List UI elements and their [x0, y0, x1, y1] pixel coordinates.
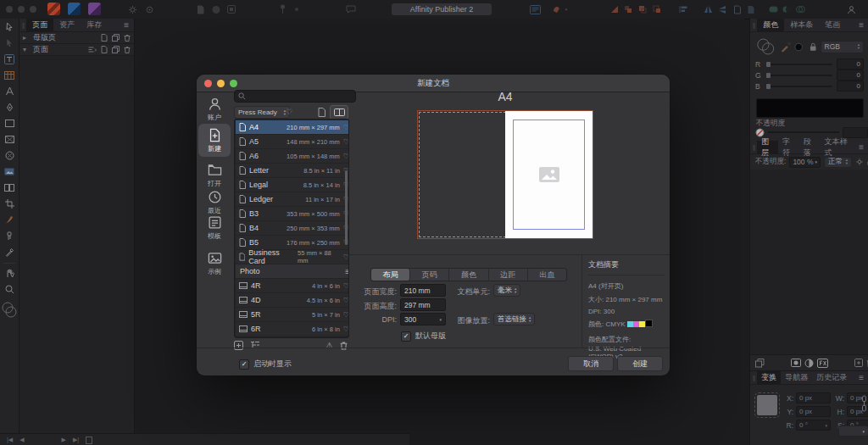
page-icon	[239, 137, 246, 146]
spread-view-icon[interactable]	[330, 105, 348, 120]
show-on-startup-row[interactable]: ✓ 启动时显示	[239, 359, 292, 370]
create-button[interactable]: 创建	[617, 356, 663, 371]
nav-item-open[interactable]: 打开	[198, 163, 231, 188]
heart-icon[interactable]: ♡	[343, 325, 349, 333]
preset-row-legal[interactable]: Legal8.5 in × 14 in♡	[236, 178, 349, 192]
preset-row-business-card[interactable]: Business Card55 mm × 88 mm♡	[236, 250, 349, 264]
image-placement-dropdown[interactable]: 首选链接▴▾	[493, 313, 535, 325]
document-units-label: 文档单元:	[431, 286, 490, 298]
summary-color-mode: 颜色: CMYK	[588, 320, 665, 329]
app-window: Affinity Publisher 2 ▾	[0, 0, 868, 445]
cancel-button[interactable]: 取消	[568, 356, 614, 371]
tab-layout[interactable]: 布局	[371, 269, 410, 281]
facing-page-placeholder	[419, 112, 506, 237]
heart-icon[interactable]: ♡	[343, 124, 349, 131]
page-icon	[239, 209, 246, 218]
summary-divider	[581, 254, 582, 348]
cyan-swatch	[627, 321, 633, 327]
tab-bleed[interactable]: 出血	[528, 269, 566, 281]
page-icon	[239, 238, 246, 247]
single-page-view-icon[interactable]	[316, 106, 327, 118]
list-scrollbar[interactable]	[345, 170, 348, 245]
nav-item-account[interactable]: 账户	[198, 97, 231, 122]
favorites-heart-icon[interactable]: ♡	[286, 108, 292, 116]
nav-label: 账户	[198, 113, 231, 122]
tab-color[interactable]: 颜色	[449, 269, 488, 281]
preset-list: A4210 mm × 297 mm♡ A5148 mm × 210 mm♡ A6…	[234, 119, 349, 338]
template-icon	[198, 215, 231, 230]
new-document-icon	[198, 128, 231, 142]
image-placeholder-icon	[539, 167, 559, 182]
preset-search-input[interactable]	[234, 90, 356, 103]
photo-icon	[239, 325, 248, 332]
section-menu-icon[interactable]: ≡	[345, 267, 349, 276]
heart-icon[interactable]: ♡	[343, 138, 349, 146]
nav-item-recent[interactable]: 最近	[198, 190, 231, 215]
yellow-swatch	[639, 321, 645, 327]
photo-icon	[239, 311, 248, 318]
samples-image-icon	[198, 251, 231, 265]
nav-label: 最近	[198, 206, 231, 215]
page-icon	[239, 152, 246, 160]
page-height-input[interactable]: 297 mm	[400, 298, 446, 311]
preset-row-b4[interactable]: B4250 mm × 353 mm♡	[236, 221, 349, 235]
summary-size: 大小: 210 mm × 297 mm	[588, 295, 665, 304]
preset-row-b3[interactable]: B3353 mm × 500 mm♡	[236, 207, 349, 220]
preset-row-5r[interactable]: 5R5 in × 7 in♡	[236, 308, 349, 321]
page-icon	[239, 253, 245, 261]
preset-row-b5[interactable]: B5176 mm × 250 mm♡	[236, 236, 349, 249]
heart-icon[interactable]: ♡	[343, 153, 349, 160]
dialog-tab-bar: 布局 页码 颜色 边距 出血	[370, 268, 567, 281]
page-height-label: 页面高度:	[337, 301, 397, 312]
magenta-swatch	[633, 321, 639, 327]
page-preview	[505, 111, 593, 238]
preset-row-a4[interactable]: A4210 mm × 297 mm♡	[236, 120, 349, 134]
preset-row-6r[interactable]: 6R6 in × 8 in♡	[236, 322, 349, 336]
search-icon	[238, 92, 246, 100]
spread-preview	[417, 110, 593, 239]
preset-category-value: Press Ready	[238, 108, 277, 116]
summary-type: A4 (对开页)	[588, 281, 665, 291]
default-master-checkbox-row[interactable]: ✓ 默认母版	[401, 331, 446, 342]
show-on-startup-label: 启动时显示	[253, 359, 292, 370]
content-divider	[349, 254, 670, 255]
summary-title: 文档摘要	[588, 259, 665, 270]
preset-row-4r[interactable]: 4R4 in × 6 in♡	[236, 279, 349, 292]
account-icon	[198, 97, 231, 111]
recent-clock-icon	[198, 190, 231, 204]
photo-icon	[239, 297, 248, 303]
page-width-label: 页面宽度:	[337, 286, 397, 298]
nav-item-samples[interactable]: 示例	[198, 251, 231, 276]
preset-row-a6[interactable]: A6105 mm × 148 mm♡	[236, 149, 349, 163]
page-icon	[239, 224, 246, 232]
preview-preset-title: A4	[417, 90, 593, 103]
image-placement-label: 图像放置:	[431, 315, 490, 326]
page-icon	[239, 123, 246, 131]
nav-item-templates[interactable]: 模板	[198, 215, 231, 241]
page-icon	[239, 181, 246, 189]
checkbox-checked-icon[interactable]: ✓	[239, 359, 249, 370]
dpi-label: DPI:	[337, 315, 397, 324]
photo-icon	[239, 282, 248, 289]
nav-label: 打开	[198, 179, 231, 188]
nav-label: 示例	[198, 267, 231, 276]
heart-icon[interactable]: ♡	[343, 253, 349, 261]
preset-row-4d[interactable]: 4D4.5 in × 6 in♡	[236, 293, 349, 307]
new-document-dialog: 新建文档 账户 新建 打开 最近 模板 示例	[197, 75, 670, 375]
preset-section-photo: Photo ≡	[236, 264, 349, 278]
nav-label: 模板	[198, 231, 231, 241]
preset-category-dropdown[interactable]: Press Ready ▴▾	[234, 106, 290, 119]
document-units-dropdown[interactable]: 毫米▴▾	[493, 284, 520, 297]
tab-pages[interactable]: 页码	[410, 269, 449, 281]
nav-label: 新建	[198, 144, 231, 153]
tab-margins[interactable]: 边距	[489, 269, 528, 281]
preset-row-letter[interactable]: Letter8.5 in × 11 in♡	[236, 164, 349, 177]
summary-dpi: DPI: 300	[588, 308, 665, 315]
preset-row-ledger[interactable]: Ledger11 in × 17 in♡	[236, 192, 349, 206]
black-swatch	[645, 320, 653, 327]
document-summary: 文档摘要 A4 (对开页) 大小: 210 mm × 297 mm DPI: 3…	[588, 259, 665, 360]
checkbox-checked-icon[interactable]: ✓	[401, 331, 411, 342]
nav-item-new[interactable]: 新建	[198, 124, 231, 157]
preset-row-a5[interactable]: A5148 mm × 210 mm♡	[236, 135, 349, 148]
page-icon	[239, 166, 246, 175]
